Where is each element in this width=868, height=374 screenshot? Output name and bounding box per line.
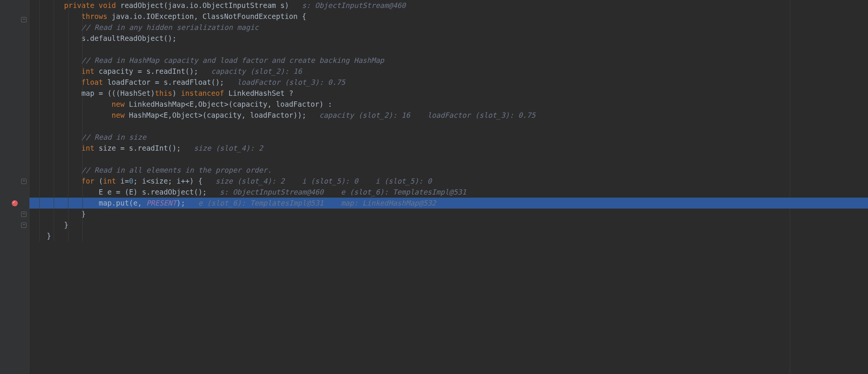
code-line[interactable]: throws java.io.IOException, ClassNotFoun… <box>29 11 868 22</box>
indent <box>29 221 64 229</box>
code-line[interactable]: float loadFactor = s.readFloat(); loadFa… <box>29 77 868 88</box>
fold-icon[interactable]: − <box>0 220 29 231</box>
indent-guide <box>39 154 40 165</box>
code-line[interactable]: // Read in size <box>29 132 868 143</box>
code-area[interactable]: private void readObject(java.io.ObjectIn… <box>29 0 868 374</box>
code-token: (java.io.ObjectInputStream s) <box>164 1 302 9</box>
code-token: java.io.IOException <box>112 12 194 20</box>
code-line[interactable]: s.defaultReadObject(); <box>29 33 868 44</box>
code-token: PRESENT <box>146 199 177 207</box>
code-token: LinkedHashMap< <box>129 100 189 108</box>
code-line[interactable]: // Read in all elements in the proper or… <box>29 165 868 176</box>
inline-debug-hint: capacity (slot_2): 16 <box>211 67 302 75</box>
code-token: for <box>81 177 99 185</box>
code-token: 0 <box>129 177 133 185</box>
indent-guide <box>54 231 54 242</box>
code-token: new <box>112 100 129 108</box>
indent-guide <box>82 154 83 165</box>
code-line[interactable]: int size = s.readInt(); size (slot_4): 2 <box>29 143 868 154</box>
editor-gutter[interactable]: −−−− <box>0 0 29 374</box>
code-token: throws <box>81 12 112 20</box>
code-line[interactable]: map = (((HashSet)this) instanceof Linked… <box>29 88 868 99</box>
code-token: s.defaultReadObject(); <box>81 34 177 42</box>
comment: // Read in HashMap capacity and load fac… <box>81 56 384 64</box>
code-token: E <box>189 100 194 108</box>
code-token: ( <box>99 177 103 185</box>
indent <box>29 188 99 196</box>
code-line[interactable]: new HashMap<E,Object>(capacity, loadFact… <box>29 110 868 121</box>
breakpoint-icon[interactable] <box>0 198 29 209</box>
indent-guide <box>68 154 68 165</box>
code-token: , <box>194 12 203 20</box>
code-token: int <box>81 67 99 75</box>
indent <box>29 67 81 75</box>
code-editor[interactable]: −−−− private void readObject(java.io.Obj… <box>0 0 868 374</box>
code-token: ; i<size; i++) { <box>133 177 215 185</box>
fold-icon[interactable]: − <box>0 14 29 25</box>
code-line[interactable]: int capacity = s.readInt(); capacity (sl… <box>29 66 868 77</box>
code-token: e = ( <box>107 188 129 196</box>
code-line[interactable] <box>29 154 868 165</box>
indent-guide <box>54 44 54 55</box>
code-token: capacity = s.readInt(); <box>99 67 211 75</box>
code-line[interactable]: map.put(e, PRESENT); e (slot_6): Templat… <box>29 198 868 209</box>
indent <box>29 111 112 119</box>
code-token: ) <box>172 89 181 97</box>
indent-guide <box>68 44 68 55</box>
indent <box>29 89 81 97</box>
indent-guide <box>82 220 83 231</box>
code-lines[interactable]: private void readObject(java.io.ObjectIn… <box>29 0 868 242</box>
code-token: ) s.readObject(); <box>133 188 220 196</box>
indent <box>29 144 81 152</box>
indent <box>29 210 81 218</box>
indent <box>29 232 47 240</box>
code-token: } <box>81 210 85 218</box>
code-line[interactable]: // Read in any hidden serialization magi… <box>29 22 868 33</box>
code-line[interactable]: // Read in HashMap capacity and load fac… <box>29 55 868 66</box>
code-token: ,Object>(capacity, loadFactor)); <box>168 111 319 119</box>
indent-guide <box>39 44 40 55</box>
inline-debug-hint: e (slot_6): TemplatesImpl@531 map: Linke… <box>198 199 436 207</box>
code-token: LinkedHashSet <box>228 89 289 97</box>
code-line[interactable] <box>29 121 868 132</box>
code-token: ? <box>289 89 293 97</box>
inline-debug-hint: size (slot_4): 2 <box>194 144 263 152</box>
code-token: ); <box>177 199 198 207</box>
code-line[interactable]: for (int i=0; i<size; i++) { size (slot_… <box>29 176 868 187</box>
fold-icon[interactable]: − <box>0 209 29 220</box>
code-line[interactable]: new LinkedHashMap<E,Object>(capacity, lo… <box>29 99 868 110</box>
fold-icon[interactable]: − <box>0 176 29 187</box>
code-token: int <box>81 144 99 152</box>
code-token: this <box>155 89 172 97</box>
code-token: readObject <box>120 1 163 9</box>
code-line[interactable]: } <box>29 209 868 220</box>
indent <box>29 78 81 86</box>
code-token: ClassNotFoundException <box>203 12 302 20</box>
indent <box>29 23 81 31</box>
code-token: .put(e, <box>112 199 146 207</box>
comment: // Read in all elements in the proper or… <box>81 166 271 174</box>
inline-debug-hint: loadFactor (slot_3): 0.75 <box>237 78 345 86</box>
indent-guide <box>54 121 54 132</box>
indent-guide <box>39 121 40 132</box>
code-token: float <box>81 78 107 86</box>
code-token: i= <box>120 177 129 185</box>
indent-guide <box>68 231 68 242</box>
code-token: = (((HashSet) <box>95 89 155 97</box>
comment: // Read in size <box>81 133 146 141</box>
code-line[interactable]: } <box>29 220 868 231</box>
indent-guide <box>82 231 83 242</box>
code-line[interactable]: E e = (E) s.readObject(); s: ObjectInput… <box>29 187 868 198</box>
inline-debug-hint: capacity (slot_2): 16 loadFactor (slot_3… <box>319 111 535 119</box>
indent <box>29 1 64 9</box>
code-token: E <box>99 188 107 196</box>
code-line[interactable]: private void readObject(java.io.ObjectIn… <box>29 0 868 11</box>
code-token: E <box>164 111 168 119</box>
indent <box>29 34 81 42</box>
code-token: E <box>129 188 133 196</box>
inline-debug-hint: s: ObjectInputStream@460 e (slot_6): Tem… <box>220 188 466 196</box>
code-line[interactable]: } <box>29 231 868 242</box>
code-line[interactable] <box>29 44 868 55</box>
code-token: loadFactor = s.readFloat(); <box>107 78 237 86</box>
indent <box>29 177 81 185</box>
